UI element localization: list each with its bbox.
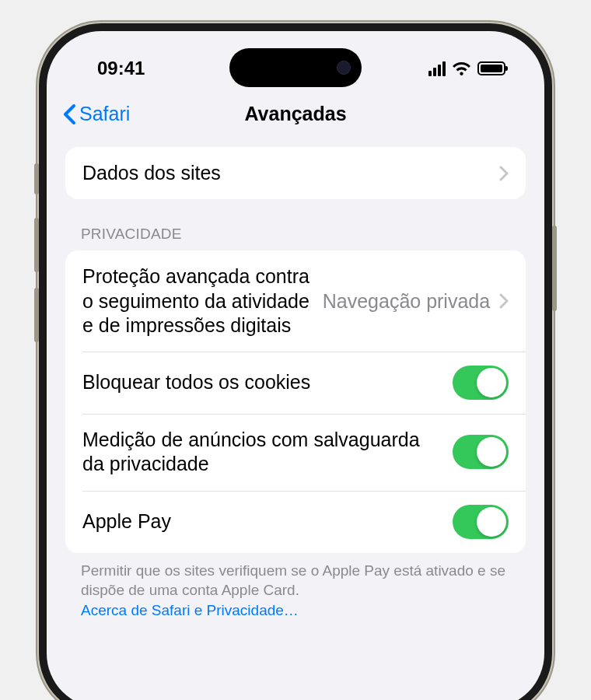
cellular-signal-icon	[428, 61, 446, 76]
volume-up-button	[34, 218, 39, 272]
chevron-right-icon	[499, 293, 509, 309]
back-label: Safari	[79, 103, 130, 125]
navigation-bar: Safari Avançadas	[47, 92, 544, 139]
tracking-protection-row[interactable]: Proteção avançada contra o seguimento da…	[65, 250, 526, 352]
apple-pay-row: Apple Pay	[65, 491, 526, 553]
dynamic-island	[229, 48, 362, 87]
privacy-section-header: Privacidade	[65, 199, 526, 250]
phone-frame: 09:41	[39, 23, 552, 700]
apple-pay-toggle[interactable]	[453, 505, 509, 539]
wifi-icon	[452, 61, 471, 76]
tracking-protection-label: Proteção avançada contra o seguimento da…	[82, 264, 321, 338]
side-button	[34, 163, 39, 194]
power-button	[552, 226, 557, 311]
block-cookies-row: Bloquear todos os cookies	[65, 352, 526, 414]
status-time: 09:41	[97, 58, 145, 79]
apple-pay-label: Apple Pay	[82, 509, 453, 534]
front-camera	[337, 61, 351, 75]
privacy-footer: Permitir que os sites verifiquem se o Ap…	[65, 553, 526, 628]
volume-down-button	[34, 288, 39, 342]
toggle-knob	[477, 507, 506, 537]
website-data-label: Dados dos sites	[82, 161, 491, 185]
settings-content: Dados dos sites Privacidade Proteção ava…	[47, 139, 544, 635]
website-data-row[interactable]: Dados dos sites	[65, 147, 526, 199]
status-icons	[428, 61, 505, 76]
ad-measurement-toggle[interactable]	[453, 435, 509, 469]
toggle-knob	[477, 368, 506, 397]
battery-icon	[477, 61, 505, 75]
chevron-left-icon	[62, 103, 76, 125]
block-cookies-toggle[interactable]	[453, 366, 509, 400]
privacy-learn-more-link[interactable]: Acerca de Safari e Privacidade…	[81, 602, 299, 618]
ad-measurement-row: Medição de anúncios com salvaguarda da p…	[65, 414, 526, 491]
tracking-protection-value: Navegação privada	[323, 290, 490, 313]
toggle-knob	[477, 437, 506, 467]
page-title: Avançadas	[244, 103, 346, 125]
chevron-right-icon	[499, 166, 509, 181]
website-data-group: Dados dos sites	[65, 147, 526, 199]
block-cookies-label: Bloquear todos os cookies	[82, 370, 453, 394]
back-button[interactable]: Safari	[62, 103, 130, 125]
privacy-footer-text: Permitir que os sites verifiquem se o Ap…	[81, 562, 505, 599]
screen: 09:41	[47, 31, 544, 700]
privacy-group: Proteção avançada contra o seguimento da…	[65, 250, 526, 552]
ad-measurement-label: Medição de anúncios com salvaguarda da p…	[82, 428, 453, 477]
